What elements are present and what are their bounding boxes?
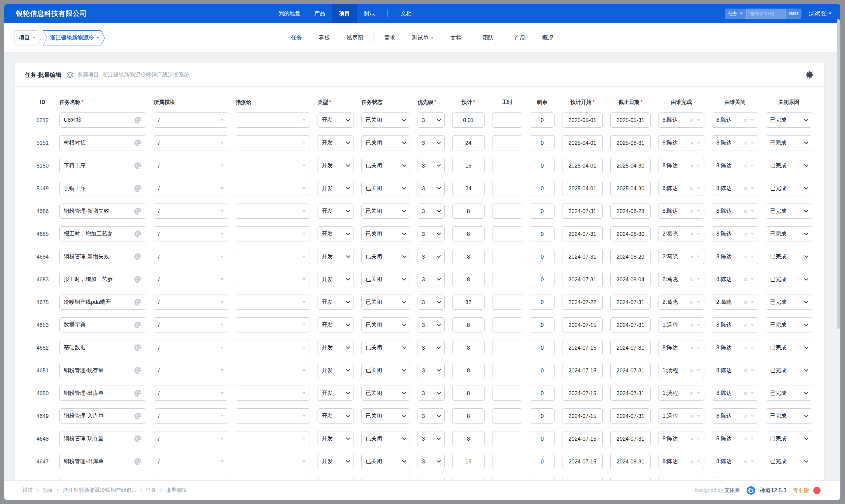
consumed-input[interactable] (492, 181, 522, 196)
priority-select[interactable]: 3 (418, 294, 445, 310)
clear-icon[interactable]: × (690, 345, 693, 351)
priority-select[interactable]: 3 (418, 249, 445, 264)
left-input[interactable]: 0 (530, 272, 554, 287)
left-input[interactable] (530, 476, 554, 480)
status-select[interactable]: 已关闭 (362, 272, 410, 287)
status-select[interactable]: 已关闭 (362, 340, 410, 355)
color-palette-icon[interactable] (134, 321, 142, 329)
clear-icon[interactable]: × (744, 163, 747, 169)
estimate-input[interactable]: 8 (452, 226, 485, 241)
estimate-input[interactable]: 0.01 (452, 112, 485, 128)
close-reason-select[interactable]: 已完成 (766, 363, 812, 378)
deadline-date-input[interactable]: 2024-08-29 (610, 249, 651, 264)
color-palette-icon[interactable] (134, 435, 142, 443)
est-start-date-input[interactable] (562, 476, 603, 480)
type-select[interactable]: 开发 (318, 181, 354, 196)
est-start-date-input[interactable]: 2024-07-31 (562, 226, 603, 241)
color-palette-icon[interactable] (134, 366, 142, 375)
estimate-input[interactable]: 8 (452, 203, 485, 219)
deadline-date-input[interactable]: 2025-04-30 (610, 158, 651, 173)
type-select[interactable]: 开发 (318, 363, 354, 378)
finished-by-picker[interactable]: 1:汤程 × (658, 408, 704, 424)
project-home-pill[interactable]: 项目主页 (15, 30, 41, 46)
type-select[interactable]: 开发 (318, 385, 354, 401)
closed-by-picker[interactable]: 8:陈达 × (712, 454, 758, 469)
left-input[interactable]: 0 (530, 454, 554, 469)
deadline-date-input[interactable]: 2024-07-31 (610, 363, 651, 378)
consumed-input[interactable] (492, 249, 522, 264)
finished-by-picker[interactable]: 2:葛晓 × (658, 294, 704, 310)
deadline-date-input[interactable]: 2024-09-04 (610, 272, 651, 287)
consumed-input[interactable] (492, 158, 522, 173)
consumed-input[interactable] (492, 431, 522, 446)
est-start-date-input[interactable]: 2024-07-31 (562, 203, 603, 219)
estimate-input[interactable]: 16 (452, 454, 485, 469)
finished-by-picker[interactable]: 2:葛晓 × (658, 249, 704, 264)
footer-crumb-1[interactable]: 项目 (42, 487, 53, 494)
consumed-input[interactable] (492, 203, 522, 219)
close-reason-select[interactable]: 已完成 (766, 317, 812, 332)
clear-icon[interactable]: × (744, 231, 747, 237)
status-select[interactable]: 已关闭 (362, 181, 410, 196)
module-select[interactable]: / (154, 272, 228, 287)
left-input[interactable]: 0 (530, 158, 554, 173)
consumed-input[interactable] (492, 340, 522, 355)
color-palette-icon[interactable] (134, 207, 142, 215)
clear-icon[interactable]: × (744, 367, 747, 374)
closed-by-picker[interactable]: 8:陈达 × (712, 158, 758, 173)
deadline-date-input[interactable]: 2024-07-31 (610, 408, 651, 424)
module-select[interactable]: / (154, 408, 228, 424)
est-start-date-input[interactable]: 2024-07-15 (562, 385, 603, 401)
deadline-date-input[interactable]: 2024-08-31 (610, 454, 651, 469)
clear-icon[interactable]: × (690, 299, 693, 305)
close-reason-select[interactable]: 已完成 (766, 203, 812, 219)
deadline-date-input[interactable]: 2025-04-30 (610, 181, 651, 196)
type-select[interactable]: 开发 (318, 408, 354, 424)
task-name-input[interactable]: 铜粉管理-新增失效 (59, 249, 146, 264)
footer-crumb-2[interactable]: 浙江银轮新能源冷喷铜产线追... (63, 487, 136, 494)
estimate-input[interactable]: 24 (452, 135, 485, 150)
clear-icon[interactable]: × (744, 208, 747, 214)
tab-需求[interactable]: 需求 (376, 34, 404, 41)
close-reason-select[interactable] (766, 476, 812, 480)
deadline-date-input[interactable]: 2024-07-31 (610, 385, 651, 401)
close-reason-select[interactable]: 已完成 (766, 454, 812, 469)
close-reason-select[interactable]: 已完成 (766, 158, 812, 173)
task-name-input[interactable]: 铜粉管理-现存量 (59, 363, 146, 378)
priority-select[interactable]: 3 (418, 454, 445, 469)
closed-by-picker[interactable]: 8:陈达 × (712, 181, 758, 196)
task-name-input[interactable]: 铜粉管理-现存量 (59, 431, 146, 446)
status-select[interactable]: 已关闭 (362, 112, 410, 128)
clear-icon[interactable]: × (690, 367, 693, 374)
assignee-select[interactable] (236, 226, 310, 241)
color-palette-icon[interactable] (134, 230, 142, 238)
close-reason-select[interactable]: 已完成 (766, 385, 812, 401)
assignee-select[interactable] (236, 317, 310, 332)
finished-by-picker[interactable]: 1:汤程 × (658, 385, 704, 401)
color-palette-icon[interactable] (134, 412, 142, 420)
left-input[interactable]: 0 (530, 431, 554, 446)
left-input[interactable]: 0 (530, 249, 554, 264)
estimate-input[interactable]: 8 (452, 317, 485, 332)
est-start-date-input[interactable]: 2024-07-15 (562, 317, 603, 332)
status-select[interactable]: 已关闭 (362, 317, 410, 332)
color-palette-icon[interactable] (134, 162, 142, 170)
color-palette-icon[interactable] (134, 344, 142, 352)
type-select[interactable]: 开发 (318, 454, 354, 469)
module-select[interactable]: / (154, 431, 228, 446)
clear-icon[interactable]: × (690, 117, 693, 123)
closed-by-picker[interactable]: 8:陈达 × (712, 226, 758, 241)
type-select[interactable]: 开发 (318, 135, 354, 150)
task-name-input[interactable]: 报工时，增加工艺参 (59, 226, 146, 241)
closed-by-picker[interactable]: 8:陈达 × (712, 317, 758, 332)
finished-by-picker[interactable]: 2:葛晓 × (658, 272, 704, 287)
clear-icon[interactable]: × (744, 185, 747, 192)
clear-icon[interactable]: × (744, 436, 747, 442)
task-name-input[interactable]: 报工时，增加工艺参 (59, 272, 146, 287)
status-select[interactable]: 已关闭 (362, 249, 410, 264)
estimate-input[interactable]: 8 (452, 363, 485, 378)
footer-crumb-3[interactable]: 任务 (145, 487, 156, 494)
version-text[interactable]: 禅道12.5.3 (759, 487, 786, 494)
consumed-input[interactable] (492, 135, 522, 150)
priority-select[interactable]: 3 (418, 181, 445, 196)
